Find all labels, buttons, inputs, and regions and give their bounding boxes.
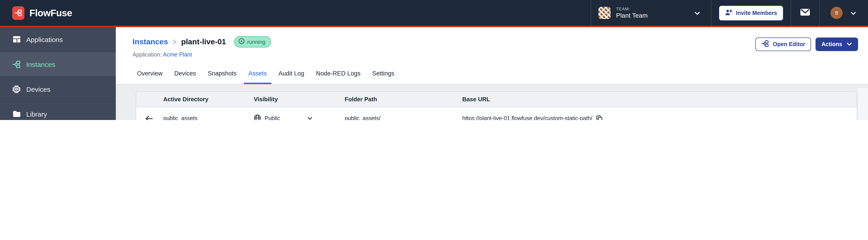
instance-header: Instances plant-live-01 running: [116, 27, 868, 84]
tab-assets[interactable]: Assets: [244, 70, 271, 84]
editor-fork-icon: [761, 40, 769, 49]
topbar-right: TEAM: Plant Team Invite Members: [591, 0, 868, 26]
invite-members-wrap: Invite Members: [712, 0, 790, 26]
sidebar-item-label: Library: [26, 110, 47, 118]
invite-members-label: Invite Members: [736, 10, 777, 16]
sidebar: Applications Instances: [0, 27, 116, 120]
back-button[interactable]: [145, 115, 153, 120]
directory-header-row: Active Directory Visibility Folder Path …: [136, 92, 857, 107]
tab-snapshots[interactable]: Snapshots: [203, 70, 241, 84]
application-link[interactable]: Acme Plant: [163, 52, 192, 58]
visibility-select[interactable]: Public: [252, 114, 343, 120]
main-area: Instances plant-live-01 running: [116, 27, 868, 120]
visibility-value: Public: [265, 115, 280, 120]
instance-tabs: Overview Devices Snapshots Assets Audit …: [132, 70, 858, 84]
application-line: Application: Acme Plant: [132, 52, 858, 58]
status-badge: running: [234, 36, 271, 47]
tab-devices[interactable]: Devices: [170, 70, 200, 84]
team-selector[interactable]: TEAM: Plant Team: [591, 0, 711, 26]
actions-label: Actions: [822, 41, 842, 47]
active-directory-value: public_assets: [161, 115, 252, 120]
chip-icon: [12, 85, 21, 93]
sidebar-item-applications[interactable]: Applications: [0, 27, 116, 52]
open-editor-button[interactable]: Open Editor: [755, 37, 811, 51]
base-url-value: https://plant-live-01.flowfuse.dev/custo…: [462, 115, 592, 120]
assets-content: Active Directory Visibility Folder Path …: [116, 84, 868, 120]
tab-audit-log[interactable]: Audit Log: [274, 70, 309, 84]
invite-members-button[interactable]: Invite Members: [719, 5, 783, 21]
directory-panel: Active Directory Visibility Folder Path …: [136, 91, 857, 120]
status-badge-label: running: [247, 39, 265, 45]
user-avatar: fl: [831, 7, 843, 19]
chevron-down-icon: [850, 9, 856, 17]
col-folder-path: Folder Path: [343, 96, 461, 103]
chevron-right-icon: [172, 39, 177, 44]
team-caption: TEAM:: [616, 6, 648, 12]
sidebar-item-instances[interactable]: Instances: [0, 52, 116, 77]
header-actions: Open Editor Actions: [755, 37, 858, 51]
team-labels: TEAM: Plant Team: [616, 6, 648, 19]
col-active-directory: Active Directory: [161, 96, 252, 103]
tab-settings[interactable]: Settings: [368, 70, 399, 84]
application-label: Application:: [132, 52, 162, 58]
col-visibility: Visibility: [252, 96, 343, 103]
directory-row: public_assets Public: [136, 107, 857, 120]
open-editor-label: Open Editor: [773, 41, 805, 47]
team-name: Plant Team: [616, 12, 648, 20]
breadcrumb-current: plant-live-01: [181, 37, 226, 46]
tab-node-red-logs[interactable]: Node-RED Logs: [311, 70, 365, 84]
top-navbar: FlowFuse TEAM: Plant Team: [0, 0, 868, 27]
brand-name: FlowFuse: [29, 7, 72, 18]
sidebar-item-label: Devices: [26, 85, 51, 93]
globe-icon: [254, 114, 261, 120]
actions-button[interactable]: Actions: [815, 37, 858, 51]
chevron-down-icon: [694, 9, 700, 17]
breadcrumb: Instances plant-live-01 running: [132, 36, 858, 47]
folder-path-value: public_assets/: [343, 115, 461, 120]
chevron-down-icon: [846, 41, 852, 47]
breadcrumb-instances-link[interactable]: Instances: [132, 37, 168, 46]
applications-grid-icon: [12, 35, 21, 43]
sidebar-item-devices[interactable]: Devices: [0, 77, 116, 102]
sidebar-item-library[interactable]: Library: [0, 102, 116, 120]
sidebar-item-label: Applications: [26, 35, 63, 43]
user-plus-icon: [725, 9, 732, 17]
app-root: FlowFuse TEAM: Plant Team: [0, 0, 868, 120]
user-menu[interactable]: fl: [819, 0, 868, 26]
chevron-down-icon: [307, 115, 313, 120]
team-avatar: [598, 7, 611, 19]
folder-icon: [12, 110, 21, 117]
notifications-button[interactable]: [791, 0, 819, 26]
brand-logo[interactable]: FlowFuse: [0, 0, 72, 26]
sidebar-item-label: Instances: [26, 60, 55, 68]
mail-icon: [800, 8, 810, 18]
copy-icon[interactable]: [596, 115, 602, 120]
flowfuse-logo-icon: [12, 6, 24, 20]
play-circle-icon: [238, 38, 245, 46]
col-base-url: Base URL: [461, 96, 857, 103]
instances-fork-icon: [12, 60, 21, 68]
tab-overview[interactable]: Overview: [132, 70, 167, 84]
